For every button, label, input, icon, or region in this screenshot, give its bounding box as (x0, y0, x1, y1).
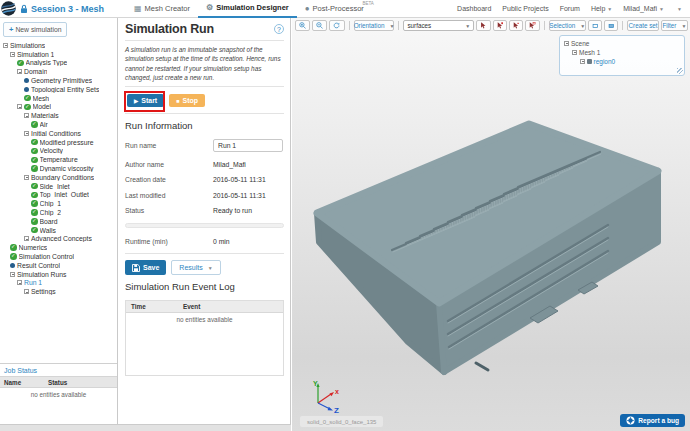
tree-item-temperature[interactable]: ✓Temperature (0, 155, 117, 164)
scene-tree-overlay: Scene Mesh 1 region0 (559, 35, 685, 76)
tree-item-domain[interactable]: Domain (0, 67, 117, 76)
new-simulation-button[interactable]: + New simulation (3, 22, 67, 37)
link-dashboard[interactable]: Dashboard (457, 5, 491, 12)
tree-item-walls[interactable]: ✓Walls (0, 226, 117, 235)
tree-item-dynamic-viscosity[interactable]: ✓Dynamic viscosity (0, 164, 117, 173)
scene-mesh-item[interactable]: Mesh 1 (564, 48, 680, 57)
tree-item-label: Chip_1 (40, 200, 62, 207)
check-icon: ✓ (31, 218, 38, 225)
tab-post-processor[interactable]: ● Post-Processor BETA (297, 0, 372, 18)
tree-item-simulation-runs[interactable]: Simulation Runs (0, 270, 117, 279)
reset-view-button[interactable] (329, 20, 344, 31)
tree-item-model[interactable]: ✓Model (0, 103, 117, 112)
tree-toggle-icon[interactable] (572, 50, 577, 55)
dot-icon (24, 87, 29, 92)
tree-item-board[interactable]: ✓Board (0, 217, 117, 226)
page-title: Simulation Run (125, 22, 214, 36)
tree-item-numerics[interactable]: ✓Numerics (0, 243, 117, 252)
save-button[interactable]: Save (125, 260, 166, 275)
selection-dropdown[interactable]: Selection ▼ (549, 20, 586, 31)
tree-item-result-control[interactable]: Result Control (0, 261, 117, 270)
remove-select-button[interactable] (509, 20, 523, 31)
help-menu[interactable]: Help▼ (591, 5, 612, 12)
3d-viewport[interactable]: Orientation ▼ surfaces ▼ Selection (292, 18, 690, 431)
resize-handle[interactable] (677, 68, 683, 74)
tab-mesh-creator[interactable]: ▦ Mesh Creator (126, 0, 198, 18)
tree-item-label: Simulation Runs (17, 271, 67, 278)
tree-item-velocity[interactable]: ✓Velocity (0, 147, 117, 156)
lock-icon (20, 4, 28, 14)
settings-menu[interactable]: ▼ (675, 5, 682, 12)
tree-item-side-inlet[interactable]: ✓Side_Inlet (0, 182, 117, 191)
tree-toggle-icon[interactable] (24, 113, 29, 118)
report-bug-button[interactable]: Report a bug (620, 414, 685, 427)
surfaces-select[interactable]: surfaces ▼ (403, 20, 474, 31)
tree-toggle-icon[interactable] (24, 131, 29, 136)
zoom-fit-button[interactable] (312, 20, 327, 31)
tree-item-initial-conditions[interactable]: Initial Conditions (0, 129, 117, 138)
tree-item-simulations[interactable]: Simulations (0, 41, 117, 50)
tree-toggle-icon[interactable] (24, 236, 29, 241)
plus-icon: + (9, 25, 13, 34)
tree-item-advanced-concepts[interactable]: Advanced Concepts (0, 235, 117, 244)
box-select-button[interactable] (525, 20, 539, 31)
tree-toggle-icon[interactable] (17, 104, 22, 109)
toolbar-separator (544, 21, 545, 30)
tree-item-simulation-1[interactable]: Simulation 1 (0, 50, 117, 59)
filter-dropdown[interactable]: Filter ▼ (661, 20, 688, 31)
field-label: Creation date (125, 176, 213, 183)
tree-item-geometry-primitives[interactable]: Geometry Primitives (0, 76, 117, 85)
tree-item-chip-2[interactable]: ✓Chip_2 (0, 208, 117, 217)
tree-toggle-icon[interactable] (24, 289, 29, 294)
scene-region-item[interactable]: region0 (564, 57, 680, 66)
tree-item-simulation-control[interactable]: ✓Simulation Control (0, 252, 117, 261)
field-row-run-name: Run name (125, 139, 284, 152)
tree-item-top-inlet-outlet[interactable]: ✓Top_Inlet_Outlet (0, 191, 117, 200)
hide-selection-button[interactable] (604, 20, 618, 31)
tree-toggle-icon[interactable] (564, 41, 569, 46)
tree-toggle-icon[interactable] (10, 52, 15, 57)
tab-simulation-designer[interactable]: ⚙ Simulation Designer (198, 0, 297, 18)
tree-item-label: Boundary Conditions (31, 174, 94, 181)
tree-item-label: Materials (31, 112, 59, 119)
tree-item-settings[interactable]: Settings (0, 287, 117, 296)
tree-item-label: Mesh (33, 95, 50, 102)
link-public-projects[interactable]: Public Projects (502, 5, 548, 12)
tree-item-boundary-conditions[interactable]: Boundary Conditions (0, 173, 117, 182)
stop-button[interactable]: ■ Stop (169, 94, 205, 107)
run-name-input[interactable] (213, 139, 283, 152)
results-dropdown-button[interactable]: Results ▼ (171, 260, 220, 275)
cad-model[interactable] (292, 18, 690, 431)
scene-root-item[interactable]: Scene (564, 39, 680, 48)
show-selection-button[interactable] (588, 20, 602, 31)
hovered-face-label: solid_0_solid_0_face_135 (300, 416, 383, 427)
pick-select-button[interactable] (476, 20, 490, 31)
tree-toggle-icon[interactable] (17, 69, 22, 74)
add-select-button[interactable] (493, 20, 507, 31)
check-icon: ✓ (10, 244, 17, 251)
tree-item-run-1[interactable]: Run 1 (0, 279, 117, 288)
tree-toggle-icon[interactable] (24, 175, 29, 180)
simscale-logo-icon[interactable] (1, 1, 16, 16)
tree-item-modified-pressure[interactable]: ✓Modified pressure (0, 138, 117, 147)
start-button[interactable]: ▶ Start (127, 94, 164, 107)
orientation-dropdown[interactable]: Orientation ▼ (354, 20, 395, 31)
tree-toggle-icon[interactable] (3, 43, 8, 48)
tree-toggle-icon[interactable] (17, 280, 22, 285)
tree-toggle-icon[interactable] (580, 59, 585, 64)
field-row-creation-date: Creation date2016-05-11 11:31 (125, 176, 284, 183)
zoom-in-button[interactable] (295, 20, 310, 31)
tree-item-chip-1[interactable]: ✓Chip_1 (0, 199, 117, 208)
tree-item-topological-entity-sets[interactable]: Topological Entity Sets (0, 85, 117, 94)
tree-item-label: Chip_2 (40, 209, 62, 216)
create-set-button[interactable]: Create set (627, 20, 658, 31)
tree-toggle-icon[interactable] (10, 272, 15, 277)
help-badge[interactable]: ? (274, 24, 284, 34)
tree-item-mesh[interactable]: ✓Mesh (0, 94, 117, 103)
user-menu[interactable]: Milad_Mafi▼ (623, 5, 664, 12)
tree-item-materials[interactable]: Materials (0, 111, 117, 120)
link-forum[interactable]: Forum (560, 5, 580, 12)
tree-item-analysis-type[interactable]: ✓Analysis Type (0, 59, 117, 68)
tree-item-label: Walls (40, 227, 56, 234)
tree-item-air[interactable]: ✓Air (0, 120, 117, 129)
